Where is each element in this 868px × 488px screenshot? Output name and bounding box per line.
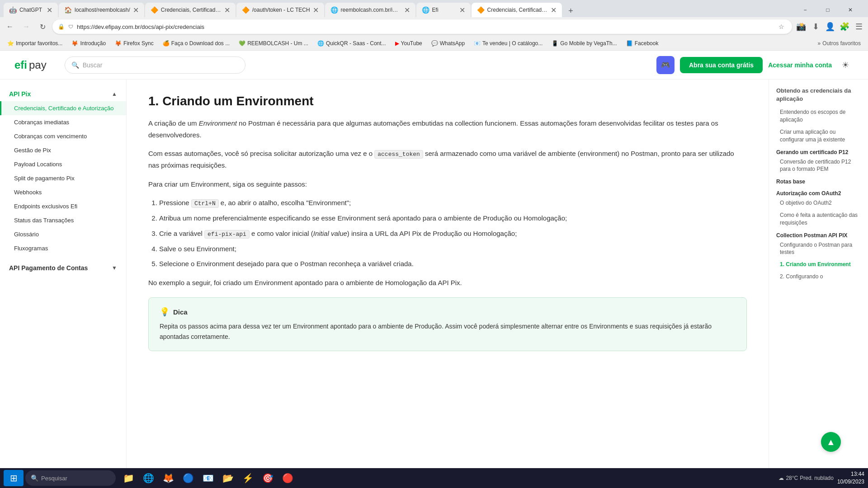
new-tab-button[interactable]: + (565, 5, 577, 17)
tab-title-localhost: localhost/reembolcash/ (75, 7, 130, 13)
tab-localhost[interactable]: 🏠 localhost/reembolcash/ ✕ (59, 3, 144, 17)
taskbar-app-mail[interactable]: 📧 (199, 470, 217, 486)
right-sidebar-item-criar-aplicacao[interactable]: Criar uma aplicação ou configurar uma já… (776, 128, 861, 144)
theme-toggle-button[interactable]: ☀ (837, 57, 854, 73)
screenshot-icon[interactable]: 📸 (796, 21, 807, 32)
sidebar-item-credenciais[interactable]: Credenciais, Certificado e Autorização (0, 101, 126, 115)
tab-bar: 🤖 ChatGPT ✕ 🏠 localhost/reembolcash/ ✕ 🔶… (0, 0, 868, 17)
tip-title: Dica (173, 308, 188, 316)
tip-lightbulb-icon: 💡 (160, 307, 170, 317)
sidebar-item-glossario[interactable]: Glossário (0, 227, 126, 241)
logo-pay: pay (29, 59, 47, 71)
profile-icon[interactable]: 👤 (825, 21, 835, 32)
right-sidebar-item-criando-environment[interactable]: 1. Criando um Environment (776, 261, 861, 268)
minimize-button[interactable]: − (795, 3, 816, 17)
sidebar-item-webhooks[interactable]: Webhooks (0, 185, 126, 199)
sidebar-api-pix-header[interactable]: API Pix ▲ (0, 87, 126, 101)
sidebar-api-pagamento-header[interactable]: API Pagamento de Contas ▼ (0, 261, 126, 275)
tab-close-reembolcash[interactable]: ✕ (404, 6, 410, 14)
tab-favicon-efi: 🌐 (422, 6, 429, 14)
reload-button[interactable]: ↻ (36, 20, 49, 33)
tab-close-oauth[interactable]: ✕ (313, 6, 319, 14)
site-search[interactable]: 🔍 Buscar (65, 56, 245, 74)
taskbar-app-app2[interactable]: 🔴 (278, 470, 297, 486)
access-account-button[interactable]: Acessar minha conta (768, 61, 832, 69)
right-sidebar-item-configurando-postman[interactable]: Configurando o Postman para testes (776, 241, 861, 257)
address-input[interactable]: 🔒 🛡 https://dev.efipay.com.br/docs/api-p… (52, 19, 792, 34)
scroll-to-top-button[interactable]: ▲ (821, 432, 841, 452)
taskbar-app-filezilla[interactable]: ⚡ (239, 470, 257, 486)
maximize-button[interactable]: □ (817, 3, 838, 17)
tab-chatgpt[interactable]: 🤖 ChatGPT ✕ (4, 3, 58, 17)
taskbar-search[interactable]: 🔍 Pesquisar (25, 470, 116, 486)
app2-icon: 🔴 (282, 473, 293, 483)
tab-favicon-credenciais1: 🔶 (151, 6, 158, 14)
doc-step-4: Salve o seu Environment; (159, 243, 747, 255)
sidebar-item-split-pagamento[interactable]: Split de pagamento Pix (0, 171, 126, 185)
download-icon[interactable]: ⬇ (810, 21, 821, 32)
content-area: API Pix ▲ Credenciais, Certificado e Aut… (0, 80, 868, 468)
extensions-icon[interactable]: 🧩 (839, 21, 850, 32)
sidebar-item-endpoints-efi[interactable]: Endpoints exclusivos Efi (0, 199, 126, 213)
taskbar-app-edge[interactable]: 🌐 (139, 470, 157, 486)
right-sidebar-item-como-autenticacao[interactable]: Como é feita a autenticação das requisiç… (776, 211, 861, 227)
right-sidebar-item-entendendo-escopos[interactable]: Entendendo os escopos de aplicação (776, 108, 861, 124)
bookmark-importar[interactable]: ⭐ Importar favoritos... (4, 39, 66, 47)
sidebar-item-cobranças-vencimento[interactable]: Cobranças com vencimento (0, 129, 126, 143)
taskbar-app-explorer[interactable]: 📂 (219, 470, 237, 486)
bookmark-firefox-sync[interactable]: 🦊 Firefox Sync (111, 39, 157, 47)
tab-close-chatgpt[interactable]: ✕ (47, 6, 52, 14)
taskbar-app-app1[interactable]: 🎯 (259, 470, 277, 486)
tip-header: 💡 Dica (160, 307, 736, 317)
bookmark-quickqr[interactable]: 🌐 QuickQR - Saas - Cont... (314, 39, 390, 47)
sidebar-item-credenciais-label: Credenciais, Certificado e Autorização (14, 105, 113, 112)
tab-oauth[interactable]: 🔶 /oauth/token - LC TECH ✕ (236, 3, 324, 17)
start-button[interactable]: ⊞ (4, 470, 24, 486)
right-sidebar-main-title: Obtendo as credenciais da aplicação (776, 87, 861, 103)
sidebar-item-status-transacoes[interactable]: Status das Transações (0, 213, 126, 227)
sidebar-item-fluxogramas[interactable]: Fluxogramas (0, 241, 126, 255)
bookmark-whatsapp[interactable]: 💬 WhatsApp (428, 39, 468, 47)
sidebar-item-gestao-pix-label: Gestão de Pix (14, 147, 51, 154)
tab-credenciais1[interactable]: 🔶 Credenciais, Certificado... ✕ (145, 3, 236, 17)
right-sidebar-item-objetivo-oauth2[interactable]: O objetivo do OAuth2 (776, 199, 861, 207)
tab-credenciais2[interactable]: 🔶 Credenciais, Certificado... ✕ (472, 3, 562, 17)
bookmark-label-go-mobile: Go Mobile by VegaTh... (560, 40, 617, 47)
tab-close-efi[interactable]: ✕ (459, 6, 465, 14)
sidebar-api-pagamento-title: API Pagamento de Contas (9, 264, 88, 272)
tip-text: Repita os passos acima para dessa vez te… (160, 321, 736, 342)
taskbar-app-firefox[interactable]: 🦊 (159, 470, 177, 486)
taskbar-time[interactable]: 13:44 10/09/2023 (837, 470, 864, 486)
right-sidebar-item-configurando2[interactable]: 2. Configurando o (776, 273, 861, 281)
bookmark-youtube[interactable]: ▶ YouTube (392, 39, 426, 47)
menu-icon[interactable]: ☰ (854, 21, 864, 32)
tab-title-reembolcash: reembolcash.com.br/im... (341, 7, 401, 13)
sidebar-item-cobranças-imediatas[interactable]: Cobranças imediatas (0, 115, 126, 129)
open-account-button[interactable]: Abra sua conta grátis (680, 57, 763, 73)
right-sidebar-item-conversao-p12[interactable]: Conversão de certificado P12 para o form… (776, 158, 861, 174)
taskbar-app-files[interactable]: 📁 (119, 470, 137, 486)
bookmarks-more-button[interactable]: » Outros favoritos (814, 39, 864, 47)
bookmark-reembolcash[interactable]: 💚 REEMBOLCASH - Um ... (235, 39, 312, 47)
sidebar-item-payload-locations[interactable]: Payload Locations (0, 157, 126, 171)
bookmark-go-mobile[interactable]: 📱 Go Mobile by VegaTh... (548, 39, 620, 47)
bookmark-te-vendeu[interactable]: 📧 Te vendeu | O catálogo... (470, 39, 546, 47)
bookmark-facebook[interactable]: 📘 Facebook (623, 39, 662, 47)
tab-close-credenciais1[interactable]: ✕ (224, 6, 230, 14)
discord-button[interactable]: 🎮 (656, 56, 675, 74)
tab-reembolcash[interactable]: 🌐 reembolcash.com.br/im... ✕ (325, 3, 415, 17)
back-button[interactable]: ← (4, 20, 16, 33)
bookmark-label-introducao: Introdução (80, 40, 106, 47)
bookmark-introducao[interactable]: 🦊 Introdução (68, 39, 109, 47)
bookmark-faca-download[interactable]: 🍊 Faça o Download dos ... (159, 39, 233, 47)
sidebar-item-gestao-pix[interactable]: Gestão de Pix (0, 143, 126, 157)
bookmark-star-icon[interactable]: ☆ (776, 21, 787, 32)
taskbar-app-chrome[interactable]: 🔵 (179, 470, 197, 486)
close-button[interactable]: ✕ (840, 3, 861, 17)
tab-efi[interactable]: 🌐 Efi ✕ (416, 3, 471, 17)
taskbar-apps: 📁 🌐 🦊 🔵 📧 📂 ⚡ 🎯 🔴 (119, 470, 297, 486)
tab-close-credenciais2[interactable]: ✕ (551, 6, 557, 14)
bookmark-favicon-go-mobile: 📱 (552, 40, 558, 47)
tab-close-localhost[interactable]: ✕ (133, 6, 139, 14)
forward-button[interactable]: → (20, 20, 33, 33)
